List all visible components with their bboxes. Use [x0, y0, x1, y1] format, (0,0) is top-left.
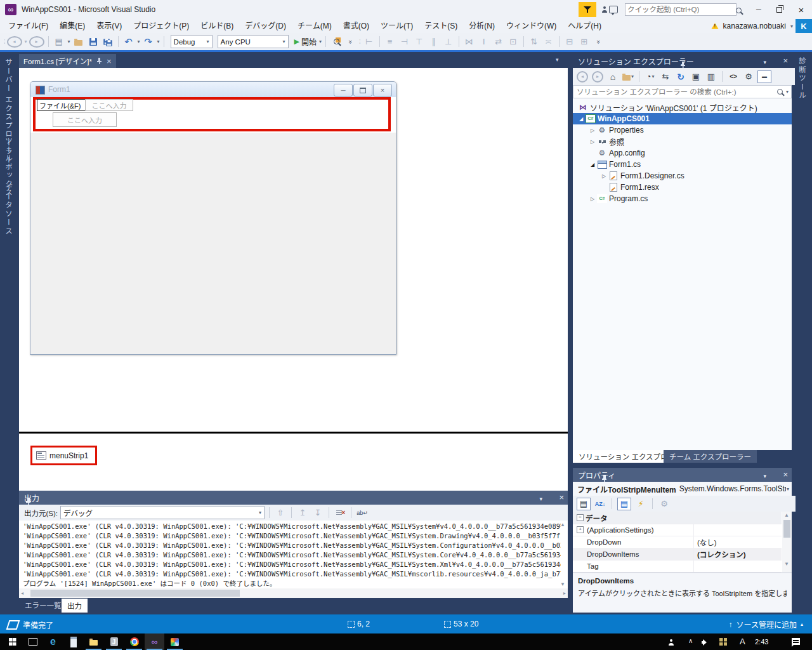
properties-object-dropdown[interactable]: ファイルToolStripMenuItem System.Windows.For…: [573, 482, 792, 496]
expand-closed-icon[interactable]: ▷: [588, 139, 597, 145]
output-header[interactable]: 出力 ▾ ×: [19, 491, 568, 505]
next-message-icon[interactable]: ↧: [311, 506, 324, 520]
menu-debug[interactable]: デバッグ(D): [239, 19, 292, 33]
scroll-left-icon[interactable]: ◂: [21, 590, 23, 596]
chevron-down-icon[interactable]: ▾: [763, 473, 766, 479]
pixel-app-button[interactable]: [165, 633, 185, 650]
layout-align-bottom-icon[interactable]: ⊥: [442, 35, 455, 49]
save-button[interactable]: [87, 35, 100, 49]
pin-icon[interactable]: [601, 475, 607, 482]
feedback-filter-button[interactable]: [579, 2, 596, 17]
menu-view[interactable]: 表示(V): [91, 19, 128, 33]
switch-views-button[interactable]: ▾: [622, 70, 634, 84]
property-row[interactable]: DropDown (なし): [573, 536, 782, 548]
save-all-button[interactable]: [102, 35, 114, 49]
tray-component-menustrip1[interactable]: menuStrip1: [30, 446, 97, 465]
tray-hidden-icons-chevron[interactable]: ∧: [688, 637, 693, 644]
form-minimize-button[interactable]: ─: [334, 84, 353, 96]
property-row[interactable]: + (ApplicationSettings): [573, 524, 782, 536]
alphabetical-sort-button[interactable]: AZ↓: [594, 497, 606, 511]
tray-volume-icon[interactable]: [702, 639, 707, 647]
tab-error-list[interactable]: エラー一覧: [19, 599, 67, 611]
designer-surface[interactable]: Form1 ─ × ファイル(&F) ここへ入力 ここへ入力 menuStrip…: [19, 68, 568, 491]
home-icon[interactable]: ⌂: [606, 70, 619, 84]
document-list-dropdown[interactable]: ▾: [556, 56, 559, 63]
expand-open-icon[interactable]: ◢: [577, 116, 586, 122]
task-view-button[interactable]: [23, 633, 43, 650]
close-button[interactable]: ×: [790, 0, 812, 19]
layout-size-to-grid-icon[interactable]: ⊡: [507, 35, 520, 49]
restore-button[interactable]: [769, 0, 789, 19]
back-icon[interactable]: ◂: [576, 70, 589, 84]
quick-launch-input[interactable]: [625, 3, 737, 16]
send-feedback-button[interactable]: [601, 4, 618, 15]
menu-build[interactable]: ビルド(B): [195, 19, 239, 33]
tray-people-icon[interactable]: [668, 639, 674, 647]
new-project-button[interactable]: ▤: [53, 35, 65, 49]
open-file-button[interactable]: [72, 35, 85, 49]
layout-bring-to-front-icon[interactable]: ⊟: [563, 35, 576, 49]
layout-align-center-icon[interactable]: ≡: [384, 35, 396, 49]
collapse-all-icon[interactable]: ▣: [690, 70, 702, 84]
toolbar-overflow-button[interactable]: »: [344, 36, 358, 48]
layout-horizontal-spacing-icon[interactable]: ⇅: [528, 35, 540, 49]
toolbar-overflow-button[interactable]: »: [592, 36, 606, 48]
minimize-button[interactable]: ─: [749, 0, 769, 19]
menu-format[interactable]: 書式(O): [337, 19, 375, 33]
layout-align-left-icon[interactable]: ⊢: [363, 35, 376, 49]
menu-team[interactable]: チーム(M): [292, 19, 337, 33]
j-app-button[interactable]: J: [104, 633, 124, 650]
chevron-down-icon[interactable]: ▾: [25, 39, 27, 44]
show-all-files-icon[interactable]: ▥: [705, 70, 717, 84]
redo-button[interactable]: ↷: [142, 35, 155, 49]
add-to-source-control-button[interactable]: ↑ ソース管理に追加 ▴: [729, 619, 803, 630]
word-wrap-button[interactable]: ab↵: [356, 506, 369, 520]
output-text-area[interactable]: 'WinAppCS001.exe' (CLR v4.0.30319: WinAp…: [19, 521, 561, 588]
pin-icon[interactable]: [25, 498, 31, 505]
layout-align-right-icon[interactable]: ⊣: [398, 35, 411, 49]
tree-item-program-cs[interactable]: ▷ C# Program.cs: [573, 193, 807, 204]
solution-explorer-header[interactable]: ソリューション エクスプローラー ▾ ×: [573, 54, 792, 68]
property-row[interactable]: Tag: [573, 560, 782, 573]
tree-item-project[interactable]: ◢ C# WinAppCS001: [573, 113, 792, 124]
scroll-down-icon[interactable]: ▼: [784, 561, 789, 567]
expand-closed-icon[interactable]: ▷: [588, 128, 597, 133]
expand-open-icon[interactable]: ◢: [588, 162, 597, 168]
find-message-icon[interactable]: ⇧: [274, 506, 287, 520]
forward-icon[interactable]: ▸: [591, 70, 604, 84]
menu-help[interactable]: ヘルプ(H): [562, 19, 607, 33]
chevron-down-icon[interactable]: ▾: [539, 496, 542, 502]
scroll-up-icon[interactable]: ▲: [784, 512, 789, 518]
start-button[interactable]: [3, 633, 22, 650]
form-close-button[interactable]: ×: [373, 84, 392, 96]
scroll-down-icon[interactable]: ▼: [560, 581, 565, 587]
collapse-box-icon[interactable]: −: [577, 514, 584, 521]
layout-align-middle-icon[interactable]: ∥: [428, 35, 440, 49]
tab-form1-designer[interactable]: Form1.cs [デザイン]* ×: [19, 54, 116, 68]
output-source-dropdown[interactable]: デバッグ▾: [60, 506, 265, 519]
chevron-down-icon[interactable]: ▾: [138, 39, 140, 44]
chevron-down-icon[interactable]: ▾: [157, 39, 160, 44]
menu-test[interactable]: テスト(S): [419, 19, 463, 33]
navigate-back-button[interactable]: ◂: [7, 36, 22, 48]
start-debug-button[interactable]: ▶ 開始 ▾: [294, 35, 322, 49]
tray-grid-icon[interactable]: [719, 638, 727, 647]
close-icon[interactable]: ×: [783, 56, 788, 65]
avatar[interactable]: K: [796, 19, 812, 33]
expand-closed-icon[interactable]: ▷: [599, 173, 608, 179]
solution-configuration-dropdown[interactable]: Debug▾: [171, 35, 213, 48]
properties-scrollbar[interactable]: ▲ ▼: [782, 512, 792, 573]
solution-platform-dropdown[interactable]: Any CPU▾: [218, 35, 289, 48]
tree-item-solution[interactable]: ⋈ ソリューション 'WinAppCS001' (1 プロジェクト): [573, 102, 797, 113]
visual-studio-button[interactable]: ∞: [145, 633, 164, 650]
sidebar-tab-data-sources[interactable]: データソース: [3, 184, 13, 235]
close-icon[interactable]: ×: [107, 56, 112, 66]
scroll-right-icon[interactable]: ▸: [563, 590, 566, 596]
expand-box-icon[interactable]: +: [577, 526, 584, 533]
tray-clock[interactable]: 2:43: [755, 638, 768, 646]
properties-header[interactable]: プロパティ ▾ ×: [573, 468, 792, 482]
tree-item-references[interactable]: ▷ 参照: [573, 136, 807, 147]
form-maximize-button[interactable]: [353, 84, 372, 96]
menu-project[interactable]: プロジェクト(P): [128, 19, 195, 33]
view-code-icon[interactable]: <>: [727, 70, 740, 84]
